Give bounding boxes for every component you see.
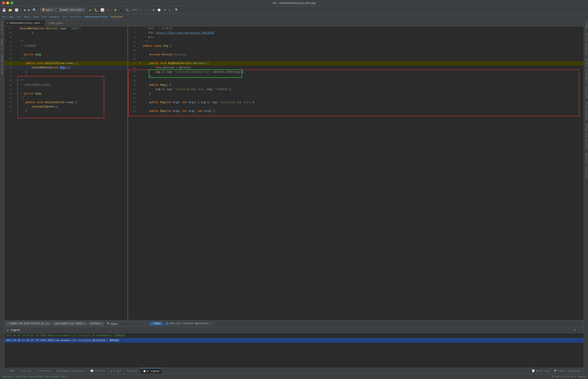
- tab-run[interactable]: ▶ 4: Run: [108, 368, 125, 374]
- fold-icon-71[interactable]: ≡: [16, 40, 17, 44]
- toolbar-separator-2: [39, 8, 39, 12]
- editor-area: C AdvancedActivity.java ✕ C Dog.java ✕: [4, 20, 584, 374]
- close-button[interactable]: [2, 1, 5, 4]
- breadcrumb-java[interactable]: java: [33, 16, 39, 18]
- undo-button[interactable]: ↺: [151, 8, 156, 12]
- sidebar-tab-flutter-performance[interactable]: Flutter Performance: [584, 57, 588, 85]
- sidebar-tab-flutter-inspector[interactable]: Flutter Inspector: [584, 31, 588, 57]
- avd-button[interactable]: 📱: [119, 8, 124, 12]
- forward-button[interactable]: ▶: [27, 8, 31, 12]
- breadcrumb-onclick3[interactable]: onClick3: [111, 16, 123, 18]
- logcat-package-selector[interactable]: com.example.jni (6501) ▾: [52, 322, 87, 326]
- analyze-button[interactable]: 🔍: [32, 8, 37, 12]
- toolbar-separator-7: [172, 8, 173, 12]
- tab-profiler-label: Profiler: [94, 370, 106, 372]
- editor-tabs: C AdvancedActivity.java ✕ C Dog.java ✕: [4, 20, 584, 27]
- tab-label-advanced: AdvancedActivity.java: [10, 22, 40, 24]
- search-clear-icon[interactable]: ✕: [144, 322, 145, 325]
- stop-button[interactable]: ■: [106, 8, 110, 12]
- sidebar-tab-gradle[interactable]: Gradle: [584, 20, 588, 31]
- logcat-device-tag[interactable]: □ HUAWEI TNY-AL00 Android 10, A ▾: [6, 322, 51, 326]
- breadcrumb-main[interactable]: main: [24, 16, 30, 18]
- toolbar-separator-5: [131, 8, 131, 12]
- breadcrumb-activity[interactable]: activity: [70, 16, 82, 18]
- tab-advanced-activity[interactable]: C AdvancedActivity.java ✕: [4, 20, 45, 26]
- sidebar-tab-commit[interactable]: 2: Commit: [0, 36, 4, 52]
- logcat-icon: 📋: [143, 370, 146, 373]
- logcat-close-icon[interactable]: —: [578, 329, 582, 332]
- logcat-device-arrow: ▾: [48, 322, 49, 325]
- tab-todo-label: TODO: [9, 370, 15, 372]
- app-selector[interactable]: 📦 app ▾: [40, 8, 54, 12]
- breadcrumb-jni[interactable]: JNI: [2, 16, 6, 18]
- code-line-69: 69 }: [4, 31, 127, 35]
- fold-icon-80[interactable]: ≡: [16, 79, 17, 83]
- device-selector[interactable]: 📱 HUAWEI TNY-AL00 ▾: [55, 8, 85, 12]
- breadcrumb-src[interactable]: src: [17, 16, 21, 18]
- tab-layout-inspector[interactable]: 🔍 Layout Inspector: [551, 368, 584, 374]
- breadcrumb-example[interactable]: example: [49, 16, 60, 18]
- logcat-clear-button[interactable]: 🗑: [6, 328, 10, 332]
- sidebar-tab-favorites[interactable]: Favorites: [584, 165, 588, 181]
- sidebar-tab-device-file[interactable]: Device File Explorer: [584, 122, 588, 152]
- logcat-search-input[interactable]: [111, 322, 143, 325]
- logcat-regex-button[interactable]: ☑ Regex: [150, 322, 163, 325]
- run-button[interactable]: ▶: [88, 8, 93, 12]
- logcat-settings-icon[interactable]: ⚙: [573, 328, 577, 332]
- sidebar-tab-resource[interactable]: Resource Manager: [0, 52, 4, 76]
- tab-logcat[interactable]: 📋 6: Logcat: [141, 368, 162, 374]
- tab-git[interactable]: ⑨ 9: Git: [17, 368, 34, 374]
- open-button[interactable]: 📂: [8, 8, 13, 12]
- search-button[interactable]: 🔍: [174, 8, 179, 12]
- tab-todo[interactable]: ✓ TODO: [4, 368, 17, 374]
- bottom-panel: □ HUAWEI TNY-AL00 Android 10, A ▾ com.ex…: [4, 320, 584, 368]
- history-button[interactable]: 🕒: [157, 8, 161, 12]
- branch-button[interactable]: ⎇: [162, 8, 167, 12]
- code-line-86: 86 nativeAllQuote();: [4, 105, 127, 109]
- tab-close-advanced[interactable]: ✕: [41, 22, 42, 24]
- logcat-content: 2021-04-28 17:44:29.775 6501-6501/com.ex…: [4, 333, 584, 368]
- status-message: Success: Operation succeeded (10 minutes…: [2, 375, 67, 378]
- debug-button[interactable]: 🐛: [93, 8, 99, 12]
- todo-icon: ✓: [7, 370, 8, 372]
- sidebar-tab-emulator[interactable]: Emulator: [584, 152, 588, 165]
- sync-button[interactable]: 🔄: [14, 8, 19, 12]
- sidebar-tab-build-variants[interactable]: Build Variants: [584, 100, 588, 122]
- code-line-70: 70: [4, 35, 127, 40]
- save-button[interactable]: 💾: [1, 8, 7, 12]
- sidebar-tab-structure[interactable]: Structure: [584, 85, 588, 100]
- sidebar-tab-project[interactable]: 1: Project: [0, 20, 4, 36]
- breadcrumb-jni2[interactable]: jni: [63, 16, 67, 18]
- tab-db-inspector[interactable]: 🗄 Database Inspector: [54, 368, 88, 374]
- tab-close-dog[interactable]: ✕: [63, 22, 64, 25]
- tab-profiler[interactable]: 📊 Profiler: [88, 368, 108, 374]
- breadcrumb-advancedactivity[interactable]: AdvancedActivity: [85, 16, 108, 18]
- breadcrumb-com[interactable]: com: [42, 16, 46, 18]
- tab-logcat-label: 6: Logcat: [146, 370, 159, 373]
- right-code-line-12: 12: [128, 48, 584, 52]
- git-check-button[interactable]: ✓: [139, 8, 143, 12]
- window-title: JNI – AdvancedActivity.java [JNI.app]: [272, 1, 316, 5]
- breadcrumb-app[interactable]: app: [9, 16, 14, 18]
- maximize-button[interactable]: [10, 1, 13, 4]
- logcat-level-selector[interactable]: Verbose ▾: [89, 322, 104, 326]
- git-commit-button[interactable]: ✓: [144, 8, 148, 12]
- tab-dog[interactable]: C Dog.java ✕: [45, 20, 67, 26]
- build-icon: 🔨: [127, 370, 130, 372]
- tab-terminal[interactable]: ▶ Terminal: [34, 368, 54, 374]
- code-line-82: 82 *: [4, 87, 127, 92]
- back-button[interactable]: ◀: [23, 8, 26, 12]
- coverage-button[interactable]: ⚡: [113, 8, 118, 12]
- tab-build[interactable]: 🔨 Build: [125, 368, 141, 374]
- code-line-84: 84 */: [4, 96, 127, 100]
- toolbar-separator-3: [87, 8, 87, 12]
- window-controls[interactable]: [2, 1, 13, 4]
- profile-button[interactable]: 📊: [100, 8, 105, 12]
- right-code-line-16: 16 this.persion = persion;: [128, 65, 584, 70]
- logcat-show-only-button[interactable]: ✓ Show only selected application ▾: [164, 322, 213, 326]
- sdk-button[interactable]: 🔧: [125, 8, 130, 12]
- show-only-checkbox[interactable]: ✓: [166, 322, 169, 325]
- tab-event-log[interactable]: 📝 Event Log: [529, 368, 551, 374]
- minimize-button[interactable]: [6, 1, 9, 4]
- diff-button[interactable]: ≡: [168, 8, 171, 12]
